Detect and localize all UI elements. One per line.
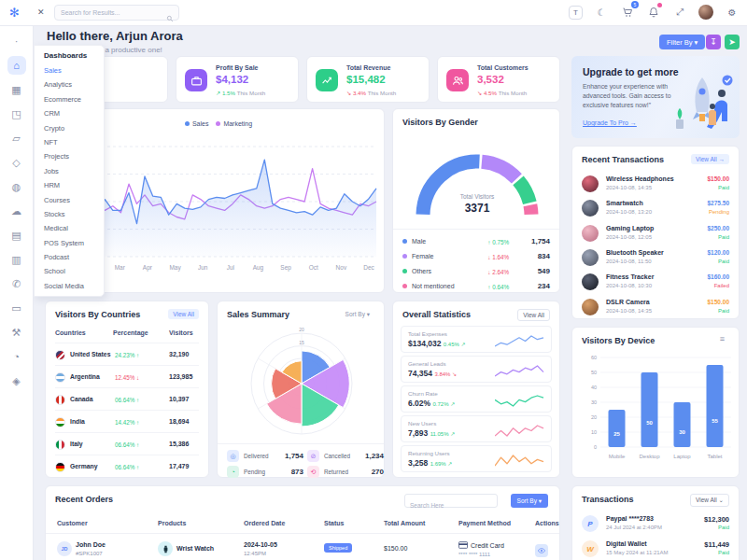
column-header: Actions [535,520,559,526]
country-visitors: 15,386 [169,441,189,447]
svg-text:Tablet: Tablet [707,454,722,459]
menu-item-projects[interactable]: Projects [44,149,104,163]
share-button[interactable]: ➤ [725,35,740,49]
analytics-icon[interactable]: ◔ [7,347,26,366]
view-order-button[interactable] [535,544,548,557]
layers-icon[interactable]: ◈ [7,371,26,390]
menu-item-crypto[interactable]: Crypto [44,121,104,135]
menu-item-school[interactable]: School [44,264,104,278]
country-visitors: 17,479 [169,463,189,469]
menu-item-podcast[interactable]: Podcast [44,250,104,264]
dot-icon[interactable]: · [7,32,26,50]
country-name: Canada [70,396,93,402]
widgets-icon[interactable]: ◳ [7,105,26,123]
tools-icon[interactable]: ⚒ [7,323,26,342]
transaction-name: Bluetooth Speaker [606,249,664,256]
menu-item-medical[interactable]: Medical [44,221,104,235]
svg-text:30: 30 [591,399,597,405]
transaction-row: Gaming Laptop2024-10-08, 12:05$250.00Pai… [582,222,729,246]
summary-legend-item: ◔Pending873 [227,465,303,480]
legend-value: 270 [372,468,384,476]
search-input[interactable] [61,7,162,19]
view-all-button[interactable]: View All [168,309,199,319]
app-logo-icon[interactable]: ✻ [9,6,20,20]
view-all-button[interactable]: View All [517,309,550,321]
transaction-datetime: 2024-10-08, 14:35 [606,308,652,314]
country-percentage: 06.64% ↑ [115,441,139,448]
upgrade-illustration [669,73,736,134]
menu-item-sales[interactable]: Sales [44,63,104,77]
stat-label: Returning Users [408,450,450,456]
view-all-button[interactable]: View All ⌄ [690,494,729,507]
upgrade-body: Enhance your experience with advanced to… [583,82,672,111]
sales-summary-panel: Sales Summary Sort By ▾ 2015 ◎Delivered1… [217,301,385,478]
transaction-row: Bluetooth Speaker2024-10-08, 11:50$120.0… [582,246,729,271]
product-image [582,225,599,242]
courses-book-icon[interactable]: ▥ [7,250,26,269]
crypto-coin-icon[interactable]: ◍ [7,177,26,196]
bank-icon[interactable]: ▭ [7,299,26,317]
column-header: Countries [55,329,86,336]
file-icon[interactable]: ▤ [7,226,26,245]
sort-by-dropdown[interactable]: Sort By ▾ [341,309,374,320]
menu-item-jobs[interactable]: Jobs [44,164,104,178]
shopping-bag-icon[interactable]: ▱ [7,129,26,147]
orders-sort-button[interactable]: Sort By ▾ [511,494,548,508]
legend-label: Pending [244,469,265,475]
gender-label: Male [402,238,426,245]
view-all-button[interactable]: View All → [691,154,729,164]
svg-text:Laptop: Laptop [673,454,691,459]
user-avatar[interactable] [698,5,713,20]
language-icon[interactable]: T [569,6,583,20]
fullscreen-icon[interactable]: ⤢ [672,5,687,20]
stat-change: 11.05% ↗ [430,431,456,437]
stat-period: This Month [237,90,266,96]
gender-change: ↑ 0.64% [487,284,509,290]
home-icon[interactable]: ⌂ [7,56,26,75]
legend-value: 873 [291,468,303,476]
stat-period: This Month [368,90,397,96]
stat-label: Profit By Sale [216,64,259,71]
settings-gear-icon[interactable]: ⚙ [725,5,740,20]
menu-item-nft[interactable]: NFT [44,135,104,149]
menu-item-analytics[interactable]: Analytics [44,77,104,91]
sparkline-chart [495,392,545,408]
country-row: United States24.23% ↑32,190 [55,343,199,365]
cart-icon[interactable]: 5 [620,5,635,20]
gender-change: ↓ 2.64% [487,269,509,275]
transaction-status: Paid [718,234,729,240]
svg-text:3371: 3371 [465,202,490,215]
transaction-name: Gaming Laptop [606,225,654,231]
menu-item-social-media[interactable]: Social Media [44,279,104,293]
upgrade-link[interactable]: Upgrade To Pro → [583,119,637,126]
chart-menu-icon[interactable]: ≡ [715,332,729,345]
summary-legend-item: ⊘Cancelled1,234 [307,449,384,464]
orders-search-input[interactable] [405,499,491,511]
stat-label: Churn Rate [408,390,438,397]
cloud-icon[interactable]: ☁ [7,202,26,220]
transaction-name: Paypal ****2783 [606,515,654,522]
stat-label: New Users [408,420,436,427]
menu-item-ecommerce[interactable]: Ecommerce [44,92,104,106]
menu-item-courses[interactable]: Courses [44,193,104,207]
notifications-bell-icon[interactable] [646,5,661,20]
stat-change: 0.72% ↗ [432,401,455,407]
apps-grid-icon[interactable]: ▦ [7,80,26,99]
menu-item-hrm[interactable]: HRM [44,178,104,192]
legend-label: Marketing [223,120,252,127]
gender-value: 1,754 [531,237,550,245]
country-visitors: 18,694 [169,418,189,425]
filter-by-button[interactable]: Filter By ▾ [659,35,705,49]
gender-legend-row: Others↓ 2.64%549 [402,264,550,279]
country-name: Germany [70,463,97,469]
download-button[interactable]: ↧ [706,35,721,49]
projects-icon[interactable]: ◇ [7,153,26,172]
menu-item-stocks[interactable]: Stocks [44,207,104,221]
overall-statistics-panel: Overall Statistics View All Total Expens… [392,301,560,478]
contacts-phone-icon[interactable]: ✆ [7,274,26,293]
close-icon[interactable]: ✕ [37,7,45,17]
trend-arrow-icon: ↘ 4.5% [477,90,499,96]
menu-item-crm[interactable]: CRM [44,106,104,120]
dark-mode-icon[interactable]: ☾ [594,5,609,20]
menu-item-pos-system[interactable]: POS System [44,236,104,250]
